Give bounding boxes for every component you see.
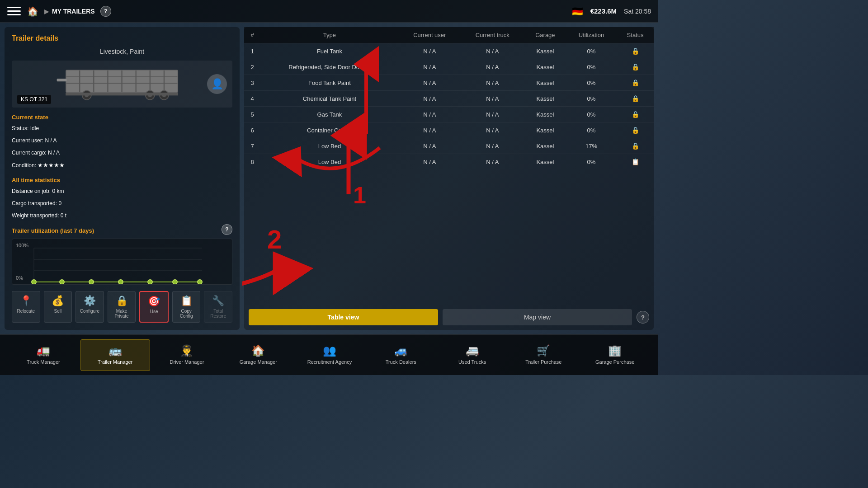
cell-num: 2 — [244, 59, 260, 75]
top-right-info: 🇩🇪 €223.6M Sat 20:58 — [572, 6, 651, 17]
nav-item-garage-purchase[interactable]: 🏢 Garage Purchase — [580, 339, 649, 371]
current-user-row: Current user: N / A — [12, 136, 232, 145]
svg-point-30 — [198, 280, 202, 284]
cell-num: 3 — [244, 75, 260, 91]
cell-type: Food Tank Paint — [260, 75, 399, 91]
cell-truck: N / A — [461, 138, 524, 154]
relocate-button[interactable]: 📍 Relocate — [12, 291, 40, 323]
truck-manager-icon: 🚛 — [37, 344, 50, 357]
statistics-title: All time statistics — [12, 177, 232, 183]
cell-status: 🔒 — [617, 107, 654, 122]
cell-num: 5 — [244, 107, 260, 122]
cell-user: N / A — [399, 43, 461, 59]
cell-garage: Kassel — [524, 59, 566, 75]
cell-user: N / A — [399, 75, 461, 91]
cell-type: Low Bed — [260, 154, 399, 166]
nav-item-trailer-manager[interactable]: 🚌 Trailer Manager — [80, 339, 150, 371]
relocate-icon: 📍 — [20, 295, 32, 307]
svg-point-26 — [89, 280, 94, 284]
make-private-button[interactable]: 🔒 Make Private — [108, 291, 136, 323]
col-status: Status — [617, 27, 654, 43]
nav-item-used-trucks[interactable]: 🚐 Used Trucks — [438, 339, 507, 371]
copy-config-icon: 📋 — [180, 295, 193, 307]
nav-item-driver-manager[interactable]: 👨‍✈️ Driver Manager — [153, 339, 222, 371]
table-row[interactable]: 8 Low Bed N / A N / A Kassel 0% 📋 — [244, 154, 654, 166]
table-row[interactable]: 7 Low Bed N / A N / A Kassel 17% 🔒 — [244, 138, 654, 154]
cell-status: 🔒 — [617, 75, 654, 91]
cell-user: N / A — [399, 122, 461, 138]
cell-utilization: 17% — [566, 138, 617, 154]
status-row: Status: Idle — [12, 124, 232, 133]
recruitment-agency-label: Recruitment Agency — [307, 359, 352, 365]
home-button[interactable]: 🏠 — [26, 5, 39, 18]
lock-icon: 🔒 — [632, 47, 639, 55]
svg-point-25 — [60, 280, 64, 284]
trailer-table-wrapper[interactable]: # Type Current user Current truck Garage… — [244, 27, 654, 166]
lock-icon: 🔒 — [632, 127, 639, 134]
use-icon: 🎯 — [148, 296, 160, 307]
main-content: Trailer details Livestock, Paint — [0, 23, 658, 334]
cell-utilization: 0% — [566, 75, 617, 91]
cell-type: Container Carrier — [260, 122, 399, 138]
cell-user: N / A — [399, 91, 461, 107]
configure-button[interactable]: ⚙️ Configure — [75, 291, 104, 323]
col-user: Current user — [399, 27, 461, 43]
left-panel: Trailer details Livestock, Paint — [5, 27, 240, 330]
table-view-button[interactable]: Table view — [249, 309, 438, 325]
copy-config-button[interactable]: 📋 Copy Config — [172, 291, 201, 323]
cell-status: 📋 — [617, 154, 654, 166]
table-row[interactable]: 2 Refrigerated, Side Door Double N / A N… — [244, 59, 654, 75]
lock-icon: 🔒 — [116, 295, 128, 307]
distance-row: Distance on job: 0 km — [12, 187, 232, 196]
trailer-image-container: KS OT 321 👤 — [12, 61, 232, 108]
cell-garage: Kassel — [524, 75, 566, 91]
table-row[interactable]: 6 Container Carrier N / A N / A Kassel 0… — [244, 122, 654, 138]
top-bar: 🏠 ▶ MY TRAILERS ? 🇩🇪 €223.6M Sat 20:58 — [0, 0, 658, 23]
cell-truck: N / A — [461, 154, 524, 166]
nav-item-garage-manager[interactable]: 🏠 Garage Manager — [224, 339, 292, 371]
table-row[interactable]: 5 Gas Tank N / A N / A Kassel 0% 🔒 — [244, 107, 654, 122]
cell-type: Fuel Tank — [260, 43, 399, 59]
restore-icon: 🔧 — [212, 295, 224, 307]
col-num: # — [244, 27, 260, 43]
table-row[interactable]: 3 Food Tank Paint N / A N / A Kassel 0% … — [244, 75, 654, 91]
lock-icon: 🔒 — [632, 95, 639, 102]
panel-title: Trailer details — [12, 34, 232, 42]
use-button[interactable]: 🎯 Use — [139, 291, 169, 323]
used-trucks-icon: 🚐 — [466, 344, 479, 357]
trailer-image — [23, 63, 221, 105]
nav-item-recruitment-agency[interactable]: 👥 Recruitment Agency — [295, 339, 364, 371]
nav-item-truck-dealers[interactable]: 🚙 Truck Dealers — [367, 339, 435, 371]
cell-type: Refrigerated, Side Door Double — [260, 59, 399, 75]
trailer-purchase-label: Trailer Purchase — [525, 359, 561, 365]
garage-purchase-label: Garage Purchase — [595, 359, 634, 365]
weight-transported-row: Weight transported: 0 t — [12, 211, 232, 220]
nav-item-truck-manager[interactable]: 🚛 Truck Manager — [9, 339, 78, 371]
table-row[interactable]: 1 Fuel Tank N / A N / A Kassel 0% 🔒 — [244, 43, 654, 59]
condition-row: Condition: ★★★★★ — [12, 161, 232, 170]
cell-utilization: 0% — [566, 154, 617, 166]
garage-manager-label: Garage Manager — [240, 359, 277, 365]
cell-user: N / A — [399, 59, 461, 75]
sell-button[interactable]: 💰 Sell — [44, 291, 72, 323]
flag-icon: 🇩🇪 — [572, 6, 583, 17]
truck-manager-label: Truck Manager — [27, 359, 60, 365]
lock-icon: 🔒 — [632, 79, 639, 86]
svg-point-29 — [173, 280, 177, 284]
table-row[interactable]: 4 Chemical Tank Paint N / A N / A Kassel… — [244, 91, 654, 107]
hamburger-menu[interactable] — [7, 5, 21, 18]
cell-utilization: 0% — [566, 122, 617, 138]
col-type: Type — [260, 27, 399, 43]
total-restore-button[interactable]: 🔧 Total Restore — [204, 291, 232, 323]
cell-truck: N / A — [461, 91, 524, 107]
cell-status: 🔒 — [617, 43, 654, 59]
svg-point-28 — [148, 280, 152, 284]
cell-num: 6 — [244, 122, 260, 138]
utilization-help-button[interactable]: ? — [222, 224, 232, 235]
cell-truck: N / A — [461, 43, 524, 59]
map-view-button[interactable]: Map view — [443, 309, 632, 325]
view-help-button[interactable]: ? — [637, 311, 649, 324]
lock-icon: 🔒 — [632, 111, 639, 118]
topbar-help-button[interactable]: ? — [100, 6, 111, 17]
nav-item-trailer-purchase[interactable]: 🛒 Trailer Purchase — [509, 339, 578, 371]
